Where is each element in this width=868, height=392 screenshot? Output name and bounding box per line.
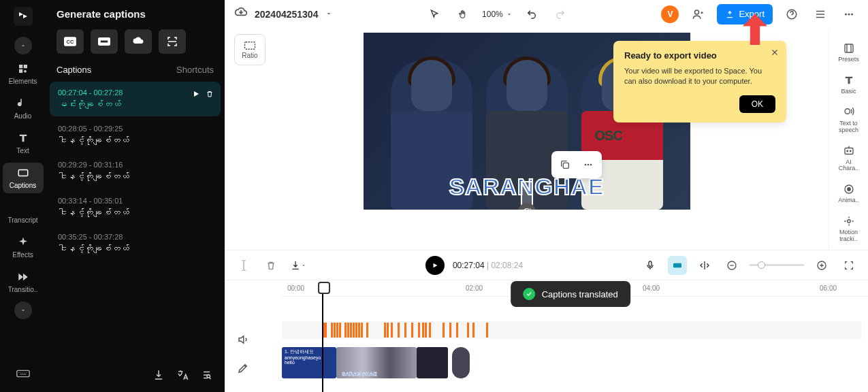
svg-point-14 bbox=[587, 164, 589, 166]
download-icon[interactable] bbox=[152, 369, 165, 384]
basic-button[interactable]: Basic bbox=[831, 70, 867, 99]
svg-point-22 bbox=[847, 188, 850, 191]
video-clip[interactable]: 1. 안녕하세요annyeonghaseyohello bbox=[282, 347, 336, 378]
zoom-out-icon[interactable] bbox=[722, 256, 741, 275]
play-button[interactable] bbox=[425, 256, 445, 275]
panel-title: Generate captions bbox=[46, 8, 225, 29]
play-caption-icon[interactable] bbox=[192, 88, 200, 101]
rail-audio[interactable]: Audio bbox=[3, 93, 44, 124]
motion-tracking-button[interactable]: Motion tracki.. bbox=[831, 211, 867, 247]
rail-elements[interactable]: Elements bbox=[3, 59, 44, 89]
zoom-slider[interactable] bbox=[750, 264, 804, 266]
fit-icon[interactable] bbox=[839, 256, 858, 275]
caption-item[interactable]: 00:27:04 - 00:27:28 မင်းကိုချစ်တယ် bbox=[50, 82, 221, 116]
svg-point-20 bbox=[850, 150, 851, 152]
zoom-dropdown[interactable]: 100% bbox=[482, 10, 513, 19]
redo-icon[interactable] bbox=[551, 5, 570, 24]
mic-icon[interactable] bbox=[641, 256, 660, 275]
more-options-icon[interactable] bbox=[579, 155, 598, 174]
avatar[interactable]: V bbox=[661, 5, 679, 23]
svg-point-13 bbox=[584, 164, 586, 166]
undo-icon[interactable] bbox=[522, 5, 541, 24]
cc-auto-icon[interactable]: CC bbox=[57, 29, 84, 54]
audio-waveform[interactable] bbox=[282, 321, 861, 339]
timeline-toolbar: 00:27:04 | 02:08:24 bbox=[225, 250, 868, 280]
zoom-in-icon[interactable] bbox=[812, 256, 831, 275]
download-clip-icon[interactable] bbox=[289, 256, 308, 275]
caption-item[interactable]: 00:29:29 - 00:31:16ငါနင့်ကိုချစ်တယ် bbox=[50, 154, 221, 189]
logo-icon[interactable] bbox=[14, 7, 33, 26]
ok-button[interactable]: OK bbox=[739, 95, 775, 113]
svg-point-19 bbox=[847, 150, 848, 152]
floating-toolbar bbox=[551, 151, 602, 178]
scan-icon[interactable] bbox=[159, 29, 186, 54]
playhead[interactable] bbox=[322, 283, 323, 392]
captions-label: Captions bbox=[57, 65, 91, 75]
export-button[interactable]: Export bbox=[717, 4, 773, 24]
caption-item[interactable]: 00:35:25 - 00:37:28ငါနင့်ကိုချစ်တယ် bbox=[50, 226, 221, 261]
cursor-text-icon[interactable] bbox=[234, 256, 253, 275]
keyboard-icon[interactable] bbox=[16, 366, 31, 382]
main-area: 202404251304 100% V Export Ratio OSC SAR… bbox=[225, 0, 868, 392]
panel-footer bbox=[46, 359, 225, 384]
rail-transcript[interactable]: Transcript bbox=[3, 197, 44, 228]
captions-header: Captions Shortcuts bbox=[46, 65, 225, 82]
hand-tool-icon[interactable] bbox=[453, 5, 472, 24]
toast: Captions translated bbox=[511, 281, 630, 307]
presets-button[interactable]: Presets bbox=[831, 38, 867, 67]
svg-rect-5 bbox=[101, 41, 108, 43]
svg-text:CC: CC bbox=[67, 39, 74, 45]
delete-icon[interactable] bbox=[261, 256, 280, 275]
search-list-icon[interactable] bbox=[202, 369, 214, 384]
ratio-button[interactable]: Ratio bbox=[234, 34, 266, 65]
ai-chara-button[interactable]: AI Chara.. bbox=[831, 141, 867, 177]
svg-rect-1 bbox=[16, 370, 29, 376]
rail-effects[interactable]: Effects bbox=[3, 232, 44, 263]
copy-icon[interactable] bbox=[556, 155, 575, 174]
subtitle-icon[interactable] bbox=[91, 29, 118, 54]
captions-toggle-icon[interactable] bbox=[668, 256, 687, 275]
tooltip-body: Your video will be exported to Space. Yo… bbox=[624, 66, 775, 87]
video-clip[interactable]: SARANGHAE bbox=[336, 347, 417, 378]
rail-label: Effects bbox=[12, 251, 33, 259]
project-name: 202404251304 bbox=[255, 9, 318, 20]
collapse-icon[interactable] bbox=[14, 37, 32, 54]
cursor-tool-icon[interactable] bbox=[425, 5, 444, 24]
animation-button[interactable]: Anima.. bbox=[831, 179, 867, 208]
rail-label: Transitio.. bbox=[8, 286, 38, 293]
project-title-group[interactable]: 202404251304 bbox=[234, 6, 333, 22]
tooltip-title: Ready to export video bbox=[624, 50, 775, 61]
svg-rect-24 bbox=[649, 261, 652, 266]
split-icon[interactable] bbox=[695, 256, 714, 275]
svg-rect-11 bbox=[245, 42, 255, 49]
cloud-icon bbox=[234, 6, 248, 22]
rail-transitions[interactable]: Transitio.. bbox=[3, 267, 44, 297]
svg-point-8 bbox=[845, 13, 847, 15]
translate-icon[interactable] bbox=[177, 369, 189, 384]
rail-text[interactable]: Text bbox=[3, 128, 44, 159]
tts-button[interactable]: Text to speech bbox=[831, 102, 867, 138]
video-clip[interactable] bbox=[417, 347, 448, 378]
caption-item[interactable]: 00:33:14 - 00:35:01ငါနင့်ကိုချစ်တယ် bbox=[50, 190, 221, 225]
panel-tools: CC bbox=[46, 29, 225, 65]
expand-icon[interactable] bbox=[14, 301, 32, 319]
layers-icon[interactable] bbox=[811, 5, 830, 24]
rail-captions[interactable]: Captions bbox=[3, 163, 44, 193]
chevron-down-icon[interactable] bbox=[325, 9, 333, 20]
video-clip[interactable] bbox=[452, 347, 470, 378]
caption-item[interactable]: 00:28:05 - 00:29:25ငါနင့်ကိုချစ်တယ် bbox=[50, 118, 221, 152]
cloud-download-icon[interactable] bbox=[125, 29, 152, 54]
check-icon bbox=[523, 288, 535, 300]
edit-track-icon[interactable] bbox=[237, 362, 282, 377]
caption-list[interactable]: 00:27:04 - 00:27:28 မင်းကိုချစ်တယ် 00:28… bbox=[46, 82, 225, 359]
delete-caption-icon[interactable] bbox=[206, 88, 214, 101]
shortcuts-link[interactable]: Shortcuts bbox=[176, 65, 214, 75]
svg-rect-16 bbox=[845, 44, 853, 52]
add-user-icon[interactable] bbox=[688, 5, 707, 24]
help-icon[interactable] bbox=[782, 5, 801, 24]
video-track[interactable]: 1. 안녕하세요annyeonghaseyohello SARANGHAE bbox=[282, 347, 470, 378]
more-icon[interactable] bbox=[839, 5, 858, 24]
mute-icon[interactable] bbox=[237, 333, 282, 348]
svg-rect-12 bbox=[563, 163, 568, 168]
close-icon[interactable] bbox=[770, 48, 779, 60]
